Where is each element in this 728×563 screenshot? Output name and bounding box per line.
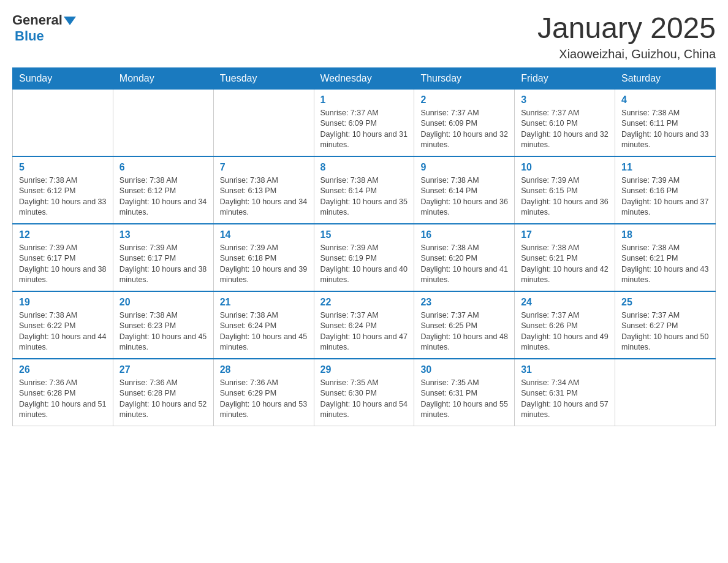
- day-number: 24: [521, 297, 609, 308]
- calendar-cell: 26Sunrise: 7:36 AMSunset: 6:28 PMDayligh…: [13, 359, 113, 426]
- day-of-week-header: Wednesday: [314, 67, 414, 89]
- calendar-cell: 1Sunrise: 7:37 AMSunset: 6:09 PMDaylight…: [314, 89, 414, 156]
- day-info: Sunrise: 7:37 AMSunset: 6:27 PMDaylight:…: [621, 310, 709, 353]
- calendar-table: SundayMondayTuesdayWednesdayThursdayFrid…: [12, 67, 716, 426]
- day-number: 17: [521, 229, 609, 240]
- day-of-week-header: Thursday: [414, 67, 515, 89]
- day-info: Sunrise: 7:37 AMSunset: 6:25 PMDaylight:…: [420, 310, 508, 353]
- day-number: 12: [19, 229, 107, 240]
- calendar-cell: 11Sunrise: 7:39 AMSunset: 6:16 PMDayligh…: [615, 156, 716, 224]
- day-number: 6: [119, 162, 207, 173]
- day-info: Sunrise: 7:37 AMSunset: 6:26 PMDaylight:…: [521, 310, 609, 353]
- day-info: Sunrise: 7:35 AMSunset: 6:30 PMDaylight:…: [320, 378, 408, 421]
- day-number: 29: [320, 364, 408, 375]
- calendar-week-row: 26Sunrise: 7:36 AMSunset: 6:28 PMDayligh…: [13, 359, 716, 426]
- day-number: 15: [320, 229, 408, 240]
- calendar-cell: 31Sunrise: 7:34 AMSunset: 6:31 PMDayligh…: [515, 359, 615, 426]
- day-info: Sunrise: 7:37 AMSunset: 6:10 PMDaylight:…: [521, 108, 609, 151]
- day-info: Sunrise: 7:39 AMSunset: 6:17 PMDaylight:…: [19, 243, 107, 286]
- day-number: 31: [521, 364, 609, 375]
- day-number: 19: [19, 297, 107, 308]
- day-info: Sunrise: 7:39 AMSunset: 6:15 PMDaylight:…: [521, 175, 609, 218]
- day-number: 25: [621, 297, 709, 308]
- day-info: Sunrise: 7:38 AMSunset: 6:11 PMDaylight:…: [621, 108, 709, 151]
- calendar-cell: 30Sunrise: 7:35 AMSunset: 6:31 PMDayligh…: [414, 359, 515, 426]
- logo-text-blue: Blue: [15, 28, 44, 44]
- calendar-cell: 12Sunrise: 7:39 AMSunset: 6:17 PMDayligh…: [13, 224, 113, 291]
- day-info: Sunrise: 7:39 AMSunset: 6:18 PMDaylight:…: [220, 243, 308, 286]
- calendar-cell: 2Sunrise: 7:37 AMSunset: 6:09 PMDaylight…: [414, 89, 515, 156]
- calendar-cell: 24Sunrise: 7:37 AMSunset: 6:26 PMDayligh…: [515, 291, 615, 359]
- day-number: 26: [19, 364, 107, 375]
- day-number: 3: [521, 94, 609, 105]
- day-of-week-header: Sunday: [13, 67, 113, 89]
- calendar-cell: [13, 89, 113, 156]
- calendar-cell: 4Sunrise: 7:38 AMSunset: 6:11 PMDaylight…: [615, 89, 716, 156]
- day-info: Sunrise: 7:38 AMSunset: 6:12 PMDaylight:…: [19, 175, 107, 218]
- calendar-cell: 21Sunrise: 7:38 AMSunset: 6:24 PMDayligh…: [213, 291, 314, 359]
- calendar-title: January 2025: [537, 12, 716, 45]
- calendar-cell: 18Sunrise: 7:38 AMSunset: 6:21 PMDayligh…: [615, 224, 716, 291]
- logo-arrow-icon: [64, 17, 76, 25]
- day-info: Sunrise: 7:38 AMSunset: 6:22 PMDaylight:…: [19, 310, 107, 353]
- day-number: 22: [320, 297, 408, 308]
- day-info: Sunrise: 7:38 AMSunset: 6:21 PMDaylight:…: [521, 243, 609, 286]
- day-number: 5: [19, 162, 107, 173]
- day-number: 11: [621, 162, 709, 173]
- day-of-week-header: Tuesday: [213, 67, 314, 89]
- calendar-week-row: 19Sunrise: 7:38 AMSunset: 6:22 PMDayligh…: [13, 291, 716, 359]
- day-info: Sunrise: 7:38 AMSunset: 6:14 PMDaylight:…: [320, 175, 408, 218]
- day-info: Sunrise: 7:38 AMSunset: 6:14 PMDaylight:…: [420, 175, 508, 218]
- day-info: Sunrise: 7:36 AMSunset: 6:28 PMDaylight:…: [19, 378, 107, 421]
- day-info: Sunrise: 7:39 AMSunset: 6:17 PMDaylight:…: [119, 243, 207, 286]
- day-number: 21: [220, 297, 308, 308]
- day-info: Sunrise: 7:36 AMSunset: 6:28 PMDaylight:…: [119, 378, 207, 421]
- day-number: 14: [220, 229, 308, 240]
- day-number: 4: [621, 94, 709, 105]
- calendar-week-row: 12Sunrise: 7:39 AMSunset: 6:17 PMDayligh…: [13, 224, 716, 291]
- day-info: Sunrise: 7:35 AMSunset: 6:31 PMDaylight:…: [420, 378, 508, 421]
- day-info: Sunrise: 7:38 AMSunset: 6:13 PMDaylight:…: [220, 175, 308, 218]
- title-block: January 2025 Xiaoweizhai, Guizhou, China: [537, 12, 716, 61]
- logo-text-general: General: [12, 12, 63, 28]
- day-of-week-header: Monday: [113, 67, 213, 89]
- calendar-cell: 16Sunrise: 7:38 AMSunset: 6:20 PMDayligh…: [414, 224, 515, 291]
- calendar-week-row: 1Sunrise: 7:37 AMSunset: 6:09 PMDaylight…: [13, 89, 716, 156]
- day-info: Sunrise: 7:37 AMSunset: 6:09 PMDaylight:…: [320, 108, 408, 151]
- day-of-week-header: Saturday: [615, 67, 716, 89]
- calendar-cell: [213, 89, 314, 156]
- calendar-cell: 10Sunrise: 7:39 AMSunset: 6:15 PMDayligh…: [515, 156, 615, 224]
- calendar-cell: 3Sunrise: 7:37 AMSunset: 6:10 PMDaylight…: [515, 89, 615, 156]
- day-info: Sunrise: 7:36 AMSunset: 6:29 PMDaylight:…: [220, 378, 308, 421]
- day-info: Sunrise: 7:37 AMSunset: 6:24 PMDaylight:…: [320, 310, 408, 353]
- day-info: Sunrise: 7:38 AMSunset: 6:12 PMDaylight:…: [119, 175, 207, 218]
- day-number: 18: [621, 229, 709, 240]
- calendar-cell: 28Sunrise: 7:36 AMSunset: 6:29 PMDayligh…: [213, 359, 314, 426]
- day-number: 2: [420, 94, 508, 105]
- day-number: 20: [119, 297, 207, 308]
- calendar-cell: 19Sunrise: 7:38 AMSunset: 6:22 PMDayligh…: [13, 291, 113, 359]
- day-number: 27: [119, 364, 207, 375]
- day-info: Sunrise: 7:34 AMSunset: 6:31 PMDaylight:…: [521, 378, 609, 421]
- day-number: 13: [119, 229, 207, 240]
- calendar-cell: [113, 89, 213, 156]
- calendar-cell: 27Sunrise: 7:36 AMSunset: 6:28 PMDayligh…: [113, 359, 213, 426]
- calendar-header-row: SundayMondayTuesdayWednesdayThursdayFrid…: [13, 67, 716, 89]
- day-number: 30: [420, 364, 508, 375]
- logo: General Blue: [12, 12, 76, 44]
- day-info: Sunrise: 7:38 AMSunset: 6:23 PMDaylight:…: [119, 310, 207, 353]
- calendar-cell: [615, 359, 716, 426]
- calendar-cell: 20Sunrise: 7:38 AMSunset: 6:23 PMDayligh…: [113, 291, 213, 359]
- day-of-week-header: Friday: [515, 67, 615, 89]
- calendar-cell: 5Sunrise: 7:38 AMSunset: 6:12 PMDaylight…: [13, 156, 113, 224]
- calendar-cell: 22Sunrise: 7:37 AMSunset: 6:24 PMDayligh…: [314, 291, 414, 359]
- day-info: Sunrise: 7:38 AMSunset: 6:21 PMDaylight:…: [621, 243, 709, 286]
- day-number: 28: [220, 364, 308, 375]
- day-info: Sunrise: 7:39 AMSunset: 6:19 PMDaylight:…: [320, 243, 408, 286]
- calendar-cell: 14Sunrise: 7:39 AMSunset: 6:18 PMDayligh…: [213, 224, 314, 291]
- day-info: Sunrise: 7:38 AMSunset: 6:20 PMDaylight:…: [420, 243, 508, 286]
- day-number: 8: [320, 162, 408, 173]
- page-header: General Blue January 2025 Xiaoweizhai, G…: [12, 12, 716, 61]
- calendar-cell: 13Sunrise: 7:39 AMSunset: 6:17 PMDayligh…: [113, 224, 213, 291]
- calendar-cell: 7Sunrise: 7:38 AMSunset: 6:13 PMDaylight…: [213, 156, 314, 224]
